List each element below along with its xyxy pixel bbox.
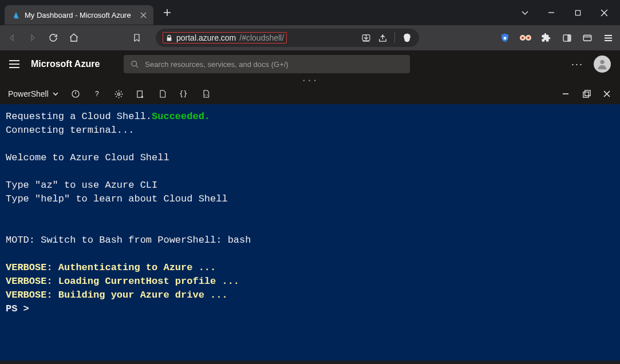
person-icon [596, 58, 609, 70]
ext-icon-2[interactable] [519, 31, 532, 44]
plus-icon [163, 9, 171, 17]
term-verbose: VERBOSE: Authenticating to Azure ... [6, 262, 216, 273]
portal-menu-button[interactable] [9, 58, 21, 70]
sidepanel-button[interactable] [560, 31, 573, 44]
maximize-shell-button[interactable] [581, 89, 591, 99]
url-highlight-box: portal.azure.com/#cloudshell/ [163, 32, 287, 43]
power-icon [71, 89, 80, 98]
term-line: Type "az" to use Azure CLI [6, 180, 157, 191]
user-avatar[interactable] [594, 56, 611, 73]
extension-icons [499, 31, 614, 44]
tab-close-button[interactable] [139, 10, 148, 19]
svg-point-5 [522, 37, 524, 39]
svg-rect-8 [567, 34, 571, 41]
browser-menu-button[interactable] [602, 31, 614, 44]
file-icon [158, 89, 167, 98]
shell-mode-dropdown[interactable]: PowerShell [8, 89, 59, 98]
svg-rect-17 [583, 92, 588, 97]
ext-icon-1[interactable] [499, 31, 511, 44]
azure-brand: Microsoft Azure [31, 59, 100, 69]
term-line: Connecting terminal... [6, 125, 134, 136]
window-controls [519, 7, 615, 18]
azure-search-box[interactable] [124, 55, 410, 73]
azure-search-input[interactable] [145, 60, 403, 69]
url-bar[interactable]: portal.azure.com/#cloudshell/ [156, 29, 419, 47]
svg-rect-9 [583, 35, 591, 41]
minimize-shell-button[interactable] [560, 89, 571, 99]
svg-point-11 [600, 60, 604, 64]
close-shell-button[interactable] [602, 89, 612, 99]
triangle-left-icon [8, 34, 16, 42]
puzzle-icon [541, 33, 551, 43]
tab-title: My Dashboard - Microsoft Azure [25, 11, 134, 19]
shield-icon [500, 33, 510, 43]
svg-rect-18 [585, 90, 590, 95]
term-line: Requesting a Cloud Shell. [6, 111, 152, 122]
upload-button[interactable] [136, 89, 146, 99]
wallet-button[interactable] [581, 31, 594, 44]
new-tab-button[interactable] [159, 5, 175, 21]
term-verbose: VERBOSE: Loading CurrentHost profile ... [6, 276, 239, 287]
braces-icon: {} [179, 89, 189, 98]
gear-icon [114, 89, 124, 99]
term-status: Succeeded. [152, 111, 210, 122]
newfile-button[interactable] [157, 89, 168, 99]
nav-forward-button[interactable] [26, 31, 39, 44]
shell-mode-label: PowerShell [8, 89, 49, 98]
restart-button[interactable] [70, 89, 81, 99]
brave-icon [402, 33, 412, 43]
term-line: Type "help" to learn about Cloud Shell [6, 193, 228, 204]
browser-toolbar: portal.azure.com/#cloudshell/ [0, 25, 620, 50]
question-icon: ? [93, 89, 102, 98]
install-icon[interactable] [361, 33, 371, 43]
azure-icon [11, 11, 20, 19]
hamburger-icon [603, 33, 613, 43]
window-close[interactable] [598, 7, 610, 18]
lock-icon [165, 34, 173, 42]
upload-icon [136, 89, 145, 99]
home-icon [69, 33, 79, 43]
wallet-icon [582, 33, 593, 43]
close-icon [140, 12, 147, 18]
reload-icon [48, 33, 58, 43]
triangle-right-icon [29, 34, 37, 42]
svg-text:{}: {} [179, 90, 187, 98]
close-icon [601, 9, 608, 17]
eyes-icon [519, 34, 532, 42]
maximize-icon [582, 90, 591, 98]
svg-point-10 [132, 61, 137, 66]
browser-tab[interactable]: My Dashboard - Microsoft Azure [5, 5, 153, 25]
editor-button[interactable] [201, 89, 211, 99]
bookmark-icon [132, 33, 141, 42]
url-actions [361, 33, 412, 43]
browser-titlebar: My Dashboard - Microsoft Azure [0, 0, 620, 25]
minimize-icon [562, 90, 570, 98]
file-code-icon [202, 89, 211, 98]
cloudshell-toolbar: PowerShell ? {} [0, 84, 620, 104]
panel-icon [562, 33, 572, 43]
svg-rect-0 [575, 10, 580, 15]
bookmark-button[interactable] [131, 31, 143, 44]
cloudshell-terminal[interactable]: Requesting a Cloud Shell.Succeeded. Conn… [0, 104, 620, 361]
braces-button[interactable]: {} [179, 89, 189, 99]
chevron-down-icon [52, 90, 59, 97]
svg-point-6 [527, 37, 530, 39]
maximize-icon [575, 10, 581, 16]
svg-text:?: ? [95, 90, 99, 98]
window-minimize[interactable] [546, 7, 557, 18]
window-dropdown[interactable] [519, 7, 531, 18]
extensions-button[interactable] [540, 31, 552, 44]
url-host: portal.azure.com [176, 33, 236, 42]
divider [394, 33, 395, 43]
close-icon [603, 90, 611, 98]
nav-home-button[interactable] [68, 31, 80, 44]
term-line: Welcome to Azure Cloud Shell [6, 152, 169, 163]
share-icon[interactable] [378, 33, 388, 43]
drag-handle[interactable]: • • • [0, 78, 620, 84]
window-maximize[interactable] [572, 7, 583, 18]
nav-reload-button[interactable] [47, 31, 60, 44]
help-button[interactable]: ? [92, 89, 102, 99]
settings-button[interactable] [114, 89, 124, 99]
portal-more-button[interactable]: ··· [571, 58, 583, 70]
nav-back-button[interactable] [6, 31, 18, 44]
